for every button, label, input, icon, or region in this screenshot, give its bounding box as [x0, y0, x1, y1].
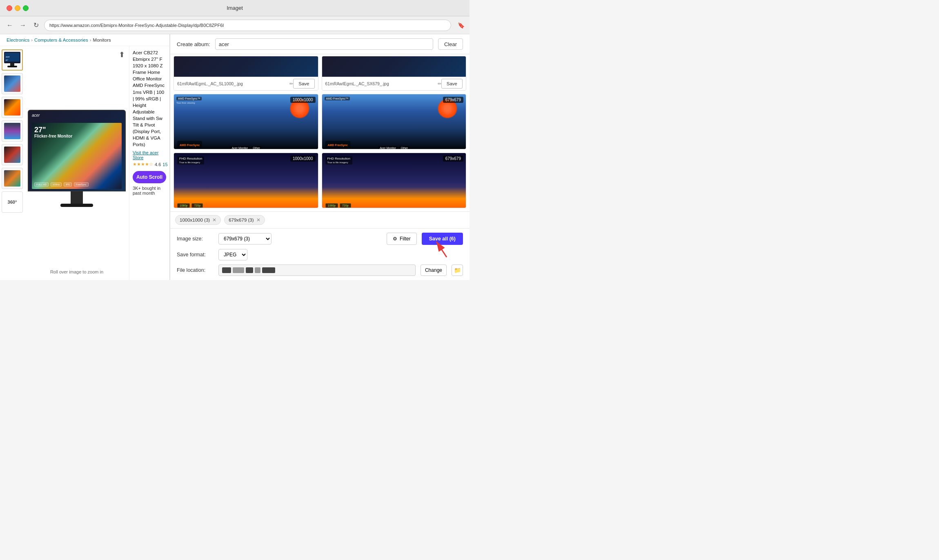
reload-button[interactable]: ↻: [31, 20, 41, 30]
thumbnail-6[interactable]: [2, 168, 23, 189]
thumbnail-1[interactable]: acer 27": [2, 49, 23, 71]
city-badges-1: 1080p 720p: [177, 203, 203, 208]
file-location-label: File location:: [177, 267, 214, 273]
star-rating: ★★★★☆: [133, 162, 153, 167]
thumbnail-2[interactable]: [2, 73, 23, 94]
main-content: Electronics › Computers & Accessories › …: [0, 34, 470, 280]
filter-button[interactable]: ⚙ Filter: [387, 233, 417, 245]
tag-label-679: 679x679 (3): [229, 218, 254, 222]
review-count[interactable]: 15: [162, 162, 167, 167]
saved-images-row: 61mRAwIEgmL._AC_SL1000_.jpg ✏ Save 61mRA…: [170, 54, 470, 91]
images-grid: AMD FreeSync™ Tear-free viewing AMD Free…: [170, 91, 470, 211]
size-badge-4: 679x679: [443, 97, 463, 103]
bookmark-icon[interactable]: 🔖: [458, 22, 465, 29]
tags-bar: 1000x1000 (3) ✕ 679x679 (3) ✕: [170, 211, 470, 228]
path-seg-2: [233, 267, 244, 273]
titlebar: Imaget: [0, 0, 470, 16]
tag-chip-679: 679x679 (3) ✕: [224, 215, 265, 225]
thumbnail-3[interactable]: [2, 97, 23, 118]
image-thumb-5: FHD ResolutionTrue to life imagery 1080p…: [174, 153, 318, 208]
app-title: Imaget: [227, 5, 243, 11]
url-text: https://www.amazon.com/Ebmiprx-Monitor-F…: [49, 23, 224, 28]
folder-icon: 📁: [454, 267, 461, 273]
fhd-label-2: FHD ResolutionTrue to life imagery: [325, 156, 352, 164]
file-location-bar: [218, 264, 416, 276]
store-link[interactable]: Visit the acer Store: [133, 150, 166, 160]
thumbnail-360[interactable]: 360°: [2, 191, 23, 213]
product-title: Acer CB272 Ebmiprx 27" F 1920 x 1080 Z F…: [133, 49, 166, 148]
size-badge-5: 1000x1000: [290, 156, 316, 162]
thumbnail-4[interactable]: [2, 120, 23, 142]
thumbnail-5[interactable]: [2, 144, 23, 165]
bottom-controls: Image size: 679x679 (3) 1000x1000 (3) Al…: [170, 228, 470, 280]
size-badge-6: 679x679: [443, 156, 463, 162]
product-area: acer 27": [0, 46, 169, 280]
path-seg-3: [246, 267, 253, 273]
imaget-panel: Create album: Clear 61mRAwIEgmL._AC_SL10…: [169, 34, 470, 280]
format-label: Save format:: [177, 252, 214, 258]
freesync-overlay-2: AMD FreeSync: [325, 141, 350, 148]
format-select[interactable]: JPEG PNG WebP: [218, 249, 247, 260]
change-button[interactable]: Change: [421, 264, 447, 276]
breadcrumb-sep-2: ›: [90, 38, 91, 42]
filter-label: Filter: [400, 236, 411, 242]
browser-chrome: ← → ↻ https://www.amazon.com/Ebmiprx-Mon…: [0, 16, 470, 34]
path-seg-5: [262, 267, 275, 273]
zoom-hint: Roll over image to zoom in: [28, 267, 126, 277]
close-button[interactable]: [7, 5, 12, 11]
tag-label-1000: 1000x1000 (3): [180, 218, 210, 222]
svg-rect-3: [7, 66, 17, 67]
album-input[interactable]: [215, 38, 433, 50]
format-row: Save format: JPEG PNG WebP: [177, 249, 463, 260]
maximize-button[interactable]: [23, 5, 29, 11]
product-image-container: acer 27" Flicker-free Monitor FULL HD 10…: [28, 49, 126, 267]
folder-icon-button[interactable]: 📁: [452, 264, 463, 276]
forward-button[interactable]: →: [18, 20, 28, 30]
save-all-button[interactable]: Save all (6): [422, 233, 463, 245]
image-thumb-6: FHD ResolutionTrue to life imagery 1080p…: [322, 153, 466, 208]
file-location-row: File location: Change 📁: [177, 264, 463, 276]
breadcrumb-electronics[interactable]: Electronics: [7, 38, 29, 42]
acer-tag-2: Acer Monitor: [378, 146, 398, 149]
back-button[interactable]: ←: [5, 20, 15, 30]
edit-icon-1[interactable]: ✏: [289, 81, 293, 87]
path-seg-4: [255, 267, 260, 273]
tag-chip-1000: 1000x1000 (3) ✕: [175, 215, 221, 225]
image-size-row: Image size: 679x679 (3) 1000x1000 (3) Al…: [177, 233, 463, 245]
breadcrumb-sep-1: ›: [31, 38, 33, 42]
filter-icon: ⚙: [393, 236, 397, 242]
address-bar[interactable]: https://www.amazon.com/Ebmiprx-Monitor-F…: [44, 20, 451, 31]
breadcrumb: Electronics › Computers & Accessories › …: [0, 34, 169, 46]
tag-remove-1000[interactable]: ✕: [212, 217, 216, 223]
fhd-label-1: FHD ResolutionTrue to life imagery: [177, 156, 204, 164]
image-size-select[interactable]: 679x679 (3) 1000x1000 (3) All sizes: [218, 233, 271, 244]
auto-scroll-button[interactable]: Auto Scroll: [133, 171, 166, 183]
saved-card-name-1: 61mRAwIEgmL._AC_SL1000_.jpg ✏ Save: [174, 77, 318, 90]
share-button[interactable]: ⬆: [119, 50, 125, 59]
resolution-badge-720p: 720p: [340, 203, 351, 208]
saved-card-1: 61mRAwIEgmL._AC_SL1000_.jpg ✏ Save: [174, 56, 318, 91]
rating-number: 4.6: [155, 162, 161, 167]
edit-icon-2[interactable]: ✏: [438, 81, 441, 87]
tag-remove-679[interactable]: ✕: [256, 217, 260, 223]
city-badges-2: 1080p 720p: [325, 203, 351, 208]
acer-overlay-1: Acer Monitor Other: [230, 146, 262, 149]
image-card-3: AMD FreeSync™ Tear-free viewing AMD Free…: [174, 94, 318, 149]
image-filename-2: 61mRAwIEgmL._AC_SX679_.jpg: [325, 81, 436, 86]
breadcrumb-computers[interactable]: Computers & Accessories: [34, 38, 88, 42]
breadcrumb-monitors: Monitors: [93, 38, 111, 42]
main-image-area: ⬆ acer 27" Flicker-free Monitor: [24, 46, 129, 280]
size-badge-3: 1000x1000: [290, 97, 316, 103]
album-label: Create album:: [177, 41, 210, 47]
saved-card-img-2: [322, 56, 466, 77]
image-card-4: AMD FreeSync™ AMD FreeSync Acer Monitor …: [322, 94, 467, 149]
save-button-1[interactable]: Save: [293, 79, 314, 89]
image-size-label: Image size:: [177, 236, 214, 242]
path-seg-1: [222, 267, 231, 273]
clear-button[interactable]: Clear: [438, 38, 463, 50]
saved-card-name-2: 61mRAwIEgmL._AC_SX679_.jpg ✏ Save: [322, 77, 466, 90]
minimize-button[interactable]: [15, 5, 20, 11]
save-button-2[interactable]: Save: [441, 79, 463, 89]
product-page: Electronics › Computers & Accessories › …: [0, 34, 169, 280]
product-info: Acer CB272 Ebmiprx 27" F 1920 x 1080 Z F…: [129, 46, 169, 280]
